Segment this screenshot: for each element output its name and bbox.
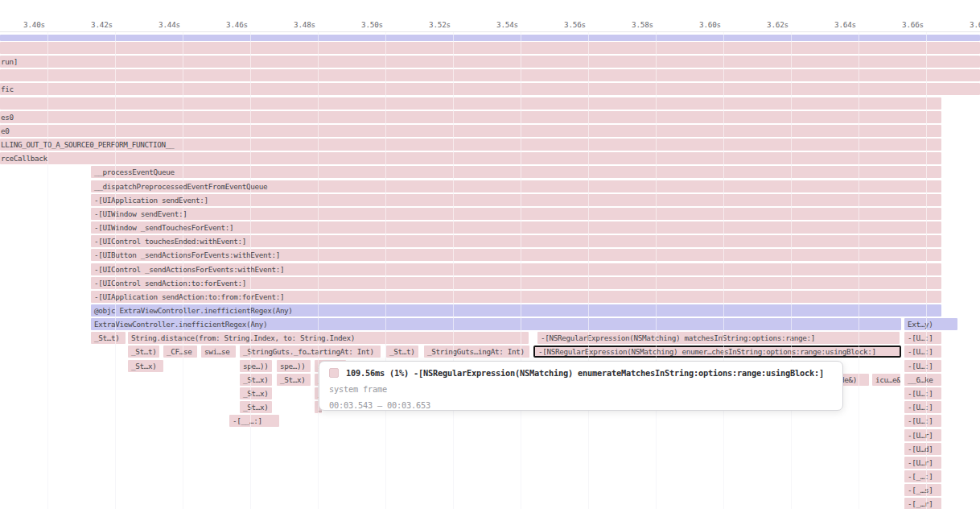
flame-bar[interactable] [0, 42, 980, 54]
flame-bar[interactable]: _St…x) [277, 374, 311, 386]
time-tick-label: 3.56s [540, 20, 586, 31]
tooltip-title: 109.56ms (1%) -[NSRegularExpression(NSMa… [346, 368, 824, 378]
flame-bar[interactable]: Ext…y) [904, 318, 957, 330]
flame-bar[interactable]: -[UIWindow sendEvent:] [91, 208, 941, 220]
time-tick-label: 3.54s [472, 20, 518, 31]
gridline [250, 32, 251, 509]
gridline [791, 32, 792, 509]
flame-bar[interactable]: -[NSRegularExpression(NSMatching) matche… [537, 332, 900, 344]
tooltip-category: system frame [329, 381, 833, 397]
flame-bar[interactable]: String.distance(from: String.Index, to: … [128, 332, 529, 344]
flame-bar[interactable]: @objc ExtraViewController.inefficientReg… [91, 304, 941, 317]
flame-bar[interactable]: -[UIApplication sendEvent:] [91, 194, 941, 206]
gridline [47, 32, 48, 509]
gridline [521, 32, 521, 509]
flame-bar[interactable]: rceCallback [0, 152, 941, 164]
flame-bar[interactable] [0, 69, 980, 81]
gridline [115, 32, 116, 509]
gridline [453, 32, 454, 509]
flame-bar[interactable]: spe…)) [240, 360, 272, 372]
gridline [318, 32, 319, 509]
flame-bar[interactable]: es0 [0, 111, 941, 123]
flame-bar[interactable]: -[U…:] [904, 360, 941, 372]
time-tick-label: 3.44s [134, 20, 180, 31]
flame-bar[interactable]: -[UIControl _sendActionsForEvents:withEv… [91, 263, 941, 275]
flame-bar[interactable]: -[U…r] [904, 457, 941, 469]
flame-bar[interactable]: _St…x) [240, 374, 272, 386]
flame-bar[interactable]: icu…e&) [872, 374, 900, 386]
flame-bar[interactable]: -[UIWindow _sendTouchesForEvent:] [91, 221, 941, 234]
flame-bar[interactable] [0, 97, 941, 110]
flame-bar[interactable]: LLING_OUT_TO_A_SOURCE0_PERFORM_FUNCTION_… [0, 139, 941, 151]
time-tick-label: 3.50s [337, 20, 383, 31]
time-tick-label: 3.60s [675, 20, 721, 31]
time-tick-label: 3.64s [810, 20, 856, 31]
tooltip: 109.56ms (1%) -[NSRegularExpression(NSMa… [319, 361, 843, 411]
flame-bar[interactable]: _StringGuts…ingAt: Int) [424, 346, 529, 358]
flame-bar[interactable]: _St…t) [128, 346, 159, 358]
flame-bar[interactable]: -[U…:] [904, 387, 941, 399]
gridline [656, 32, 657, 509]
flame-bar[interactable]: -[U…:] [904, 332, 941, 344]
flame-bar[interactable]: -[_…r] [904, 498, 941, 509]
flame-bar[interactable]: _St…t) [91, 332, 126, 344]
flame-bar[interactable]: -[U…:] [904, 401, 941, 413]
tooltip-title-line: 109.56ms (1%) -[NSRegularExpression(NSMa… [329, 365, 833, 381]
flame-bar[interactable]: -[UIButton _sendActionsForEvents:withEve… [91, 249, 941, 261]
time-tick-label: 3.58s [607, 20, 653, 31]
time-tick-label: 3.40s [0, 20, 45, 31]
flame-bar[interactable]: _St…x) [240, 401, 272, 413]
gridline [588, 32, 589, 509]
gridline [183, 32, 183, 509]
flame-bar[interactable]: -[U…:] [904, 346, 941, 358]
flame-bar[interactable] [0, 35, 980, 41]
flame-bar[interactable]: _St…x) [128, 360, 163, 372]
time-tick-label: 3.66s [878, 20, 924, 31]
flame-bar[interactable]: _St…t) [386, 346, 418, 358]
time-tick-label: 3.48s [270, 20, 315, 31]
tooltip-time-range: 00:03.543 — 00:03.653 [329, 397, 833, 411]
time-ruler[interactable]: 3.40s3.42s3.44s3.46s3.48s3.50s3.52s3.54s… [0, 0, 980, 32]
flame-bar[interactable]: -[UIControl touchesEnded:withEvent:] [91, 235, 941, 247]
flame-chart[interactable]: run]fices0e0LLING_OUT_TO_A_SOURCE0_PERFO… [0, 0, 980, 509]
gridline [926, 32, 927, 509]
flame-bar[interactable]: swi…se [201, 346, 236, 358]
gridline [723, 32, 724, 509]
gridline [859, 32, 859, 509]
flame-bar[interactable]: -[_…s] [904, 484, 941, 496]
flame-bar[interactable]: fic [0, 83, 980, 95]
flame-bar[interactable]: -[U…:] [904, 415, 941, 427]
time-tick-label: 3.68s [945, 20, 980, 31]
flame-bar[interactable]: __6…ke [904, 374, 941, 386]
flame-bar[interactable]: _St…x) [240, 387, 272, 399]
time-tick-label: 3.52s [405, 20, 451, 31]
flame-bar[interactable]: -[_…:] [904, 470, 941, 482]
flame-bar[interactable]: ExtraViewController.inefficientRegex(Any… [91, 318, 901, 330]
flame-bar[interactable]: __dispatchPreprocessedEventFromEventQueu… [91, 180, 941, 192]
gridline [385, 32, 386, 509]
color-swatch-icon [329, 368, 339, 378]
flame-bar[interactable]: _StringGuts._fo…tartingAt: Int) [240, 346, 381, 358]
time-tick-label: 3.42s [67, 20, 113, 31]
flame-bar[interactable]: -[UIControl sendAction:to:forEvent:] [91, 277, 941, 289]
flame-bar[interactable]: __processEventQueue [91, 166, 941, 178]
flame-bar[interactable]: _CF…se [163, 346, 197, 358]
time-tick-label: 3.62s [743, 20, 789, 31]
flame-bar[interactable]: run] [0, 56, 980, 68]
flame-bar[interactable]: -[U…r] [904, 429, 941, 441]
flame-bar[interactable]: spe…)) [277, 360, 311, 372]
time-tick-label: 3.46s [202, 20, 248, 31]
flame-bar[interactable]: -[UIApplication sendAction:to:from:forEv… [91, 291, 941, 303]
flame-bar[interactable]: -[U…d] [904, 443, 941, 455]
flame-bar[interactable]: -[__…:] [229, 415, 279, 427]
flame-bar[interactable]: e0 [0, 125, 941, 137]
